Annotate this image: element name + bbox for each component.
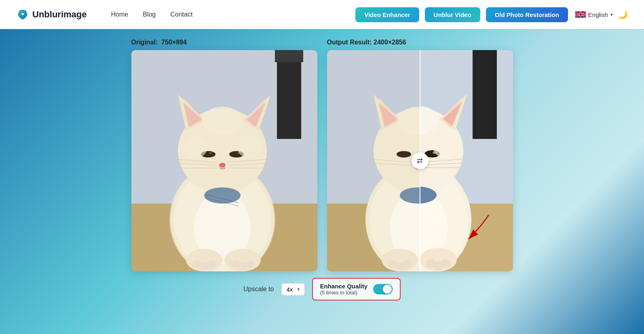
svg-point-105 bbox=[440, 259, 451, 268]
svg-point-40 bbox=[237, 136, 262, 158]
video-enhancer-button[interactable]: Video Enhancer bbox=[355, 7, 419, 22]
svg-point-108 bbox=[433, 135, 458, 158]
original-panel: Original: 750×894 bbox=[131, 39, 317, 271]
output-label: Output Result: 2400×2856 bbox=[327, 39, 406, 46]
logo-text: Unblurimage bbox=[32, 9, 87, 20]
svg-rect-74 bbox=[473, 50, 497, 139]
nav-links: Home Blog Contact bbox=[111, 11, 355, 18]
svg-point-41 bbox=[202, 107, 243, 135]
nav-buttons: Video Enhancer Unblur Video Old Photo Re… bbox=[355, 7, 568, 22]
output-image-container: ⇄ bbox=[327, 50, 513, 271]
svg-point-55 bbox=[397, 151, 411, 158]
svg-rect-4 bbox=[277, 50, 301, 139]
main-content: Original: 750×894 bbox=[0, 29, 644, 313]
original-cat-image bbox=[131, 50, 317, 271]
unblur-video-button[interactable]: Unblur Video bbox=[425, 7, 480, 22]
split-right bbox=[420, 50, 513, 271]
uk-flag-icon bbox=[575, 11, 586, 18]
enhance-text-area: Enhance Quality (5 times in total) bbox=[320, 283, 368, 296]
svg-point-35 bbox=[207, 260, 216, 268]
split-left bbox=[327, 50, 420, 271]
theme-toggle-button[interactable]: 🌙 bbox=[618, 10, 628, 19]
upscale-select-wrapper[interactable]: 1x 2x 4x bbox=[281, 283, 305, 296]
bottom-controls: Upscale to 1x 2x 4x Enhance Quality (5 t… bbox=[243, 278, 401, 300]
original-image-container bbox=[131, 50, 317, 271]
enhance-title: Enhance Quality bbox=[320, 283, 368, 290]
svg-rect-5 bbox=[275, 50, 303, 62]
enhance-quality-box: Enhance Quality (5 times in total) bbox=[312, 278, 401, 300]
svg-point-18 bbox=[209, 152, 212, 154]
old-photo-restoration-button[interactable]: Old Photo Restoration bbox=[486, 7, 568, 22]
enhance-toggle[interactable] bbox=[373, 284, 393, 294]
svg-point-67 bbox=[402, 260, 412, 268]
language-label: English bbox=[588, 11, 608, 18]
original-label: Original: 750×894 bbox=[131, 39, 187, 46]
nav-contact[interactable]: Contact bbox=[170, 11, 192, 18]
images-row: Original: 750×894 bbox=[131, 39, 513, 271]
logo-icon bbox=[16, 8, 29, 21]
swap-button[interactable]: ⇄ bbox=[412, 152, 429, 169]
header: Unblurimage Home Blog Contact Video Enha… bbox=[0, 0, 644, 29]
upscale-select[interactable]: 1x 2x 4x bbox=[281, 283, 305, 296]
logo-area[interactable]: Unblurimage bbox=[16, 8, 87, 21]
language-selector[interactable]: English ▾ bbox=[575, 11, 613, 18]
enhance-subtitle: (5 times in total) bbox=[320, 290, 368, 296]
nav-blog[interactable]: Blog bbox=[143, 11, 156, 18]
chevron-down-icon: ▾ bbox=[610, 12, 613, 17]
toggle-knob bbox=[383, 285, 392, 294]
split-view: ⇄ bbox=[327, 50, 513, 271]
upscale-label: Upscale to bbox=[243, 286, 274, 293]
svg-point-39 bbox=[183, 136, 207, 158]
output-right-image bbox=[420, 50, 513, 271]
output-panel: Output Result: 2400×2856 bbox=[327, 39, 513, 271]
output-left-image bbox=[327, 50, 420, 271]
nav-home[interactable]: Home bbox=[111, 11, 128, 18]
svg-point-20 bbox=[219, 163, 226, 168]
svg-point-38 bbox=[245, 260, 255, 268]
